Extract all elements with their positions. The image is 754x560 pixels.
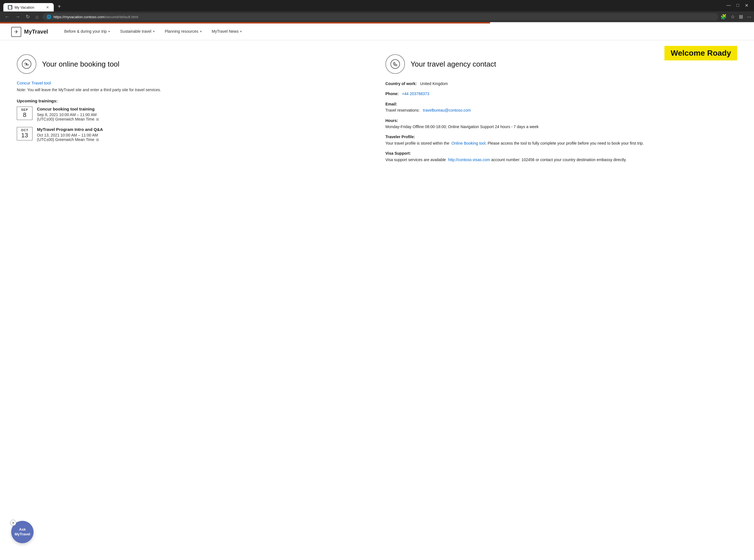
country-value: United Kingdom — [420, 81, 448, 86]
new-tab-button[interactable]: + — [55, 2, 64, 11]
training-1-date-box: SEP 8 — [17, 106, 33, 120]
back-button[interactable]: ← — [3, 14, 11, 20]
hours-value: Monday-Friday Offline 08:00-18:00; Onlin… — [385, 124, 737, 130]
training-2-day: 13 — [19, 132, 30, 139]
agency-contact-section: Your travel agency contact Country of wo… — [385, 54, 737, 167]
nav-item-news[interactable]: MyTravel News ▾ — [207, 23, 247, 40]
visa-website-link[interactable]: http://contoso.visas.com — [448, 158, 490, 162]
tab-favicon: 📄 — [8, 5, 12, 9]
nav-label-before-during: Before & during your trip — [64, 29, 107, 34]
training-1-time: Sep 8, 2021 10:00 AM – 11:00 AM — [37, 113, 99, 117]
email-label: Email: — [385, 102, 397, 106]
site-logo[interactable]: ✈ MyTravel — [11, 27, 48, 37]
training-item-1: SEP 8 Concur booking tool training Sep 8… — [17, 106, 369, 121]
training-2-month: OCT — [19, 128, 30, 132]
training-1-name: Concur booking tool training — [37, 106, 99, 111]
booking-tool-section: Your online booking tool Concur Travel t… — [17, 54, 369, 167]
agency-contact-title: Your travel agency contact — [411, 60, 496, 68]
booking-tool-note: Note: You will leave the MyTravel site a… — [17, 87, 369, 93]
welcome-text: Welcome Roady — [671, 49, 731, 57]
email-note: Travel reservations: — [385, 108, 420, 113]
contact-visa: Visa Support: Visa support services are … — [385, 150, 737, 163]
nav-label-news: MyTravel News — [212, 29, 239, 34]
close-button[interactable]: ✕ — [745, 3, 748, 8]
contact-profile: Traveler Profile: Your travel profile is… — [385, 134, 737, 146]
nav-item-planning[interactable]: Planning resources ▾ — [160, 23, 207, 40]
training-2-date-box: OCT 13 — [17, 127, 33, 140]
nav-item-before-during[interactable]: Before & during your trip ▾ — [59, 23, 115, 40]
profile-label: Traveler Profile: — [385, 135, 415, 139]
page-content: Welcome Roady Your online booking tool C… — [0, 40, 754, 208]
minimize-button[interactable]: — — [726, 3, 731, 8]
visa-label: Visa Support: — [385, 151, 411, 156]
training-2-name: MyTravel Program Intro and Q&A — [37, 127, 103, 132]
booking-tool-header: Your online booking tool — [17, 54, 369, 74]
calendar-add-icon-1[interactable]: ⊞ — [96, 117, 99, 121]
contact-email: Email: Travel reservations: travelbureau… — [385, 101, 737, 114]
training-2-timezone: (UTC±00) Greenwich Mean Time ⊞ — [37, 137, 103, 142]
contact-phone: Phone: +44 203788373 — [385, 91, 737, 97]
nav-item-sustainable[interactable]: Sustainable travel ▾ — [115, 23, 159, 40]
chevron-down-icon: ▾ — [108, 29, 110, 33]
booking-tool-icon — [17, 54, 36, 74]
tab-close-button[interactable]: ✕ — [46, 5, 49, 9]
training-1-month: SEP — [19, 108, 30, 111]
training-2-info: MyTravel Program Intro and Q&A Oct 13, 2… — [37, 127, 103, 142]
visa-text2: account number: 102456 or contact your c… — [491, 158, 627, 162]
profile-text2: . Please access the tool to fully comple… — [485, 141, 644, 145]
main-columns: Your online booking tool Concur Travel t… — [17, 54, 737, 167]
calendar-add-icon-2[interactable]: ⊞ — [96, 138, 99, 142]
forward-button[interactable]: → — [14, 14, 22, 20]
globe-icon: 🌐 — [46, 15, 51, 19]
booking-tool-title: Your online booking tool — [42, 60, 119, 68]
reload-button[interactable]: ↻ — [24, 13, 32, 20]
agency-contact-icon — [385, 54, 405, 74]
svg-point-2 — [391, 60, 400, 68]
more-options-icon[interactable]: ··· — [747, 14, 751, 20]
hours-label: Hours: — [385, 118, 398, 123]
country-label: Country of work: — [385, 81, 417, 86]
address-bar[interactable]: 🌐 https://myvacation.contoso.com/secured… — [42, 13, 718, 20]
tab-title: My Vacation — [15, 5, 34, 9]
nav-label-sustainable: Sustainable travel — [120, 29, 151, 34]
collections-icon[interactable]: ⊞ — [739, 14, 743, 20]
training-1-timezone: (UTC±00) Greenwich Mean Time ⊞ — [37, 117, 99, 121]
nav-label-planning: Planning resources — [165, 29, 198, 34]
training-2-time: Oct 13, 2021 10:00 AM – 11:00 AM — [37, 133, 103, 137]
phone-label: Phone: — [385, 92, 399, 96]
site-navbar: ✈ MyTravel Before & during your trip ▾ S… — [0, 23, 754, 40]
trainings-label: Upcoming trainings: — [17, 98, 369, 103]
training-1-info: Concur booking tool training Sep 8, 2021… — [37, 106, 99, 121]
page-load-progress — [0, 22, 754, 23]
training-1-day: 8 — [19, 111, 30, 119]
logo-text: MyTravel — [24, 28, 48, 35]
home-button[interactable]: ⌂ — [34, 14, 40, 20]
logo-icon: ✈ — [11, 27, 21, 37]
profile-text: Your travel profile is stored within the… — [385, 140, 737, 146]
maximize-button[interactable]: □ — [736, 3, 739, 8]
welcome-banner: Welcome Roady — [664, 46, 737, 60]
online-booking-tool-link[interactable]: Online Booking tool — [451, 141, 485, 145]
contact-hours: Hours: Monday-Friday Offline 08:00-18:00… — [385, 118, 737, 130]
training-item-2: OCT 13 MyTravel Program Intro and Q&A Oc… — [17, 127, 369, 142]
visa-text: Visa support services are available http… — [385, 157, 737, 163]
chevron-down-icon: ▾ — [153, 29, 155, 33]
contact-country: Country of work: United Kingdom — [385, 81, 737, 87]
extensions-icon[interactable]: 🧩 — [720, 14, 727, 20]
phone-link[interactable]: +44 203788373 — [402, 92, 429, 96]
favorites-icon[interactable]: ☆ — [731, 14, 735, 20]
chevron-down-icon: ▾ — [200, 29, 202, 33]
active-tab[interactable]: 📄 My Vacation ✕ — [3, 3, 54, 12]
url-display: https://myvacation.contoso.com/secured/d… — [54, 15, 138, 19]
concur-tool-link[interactable]: Concur Travel tool — [17, 81, 51, 85]
email-link[interactable]: travelbureau@contoso.com — [423, 108, 471, 113]
nav-items: Before & during your trip ▾ Sustainable … — [59, 23, 247, 40]
profile-text1: Your travel profile is stored within the — [385, 141, 449, 145]
chevron-down-icon: ▾ — [240, 29, 242, 33]
visa-text1: Visa support services are available — [385, 158, 446, 162]
